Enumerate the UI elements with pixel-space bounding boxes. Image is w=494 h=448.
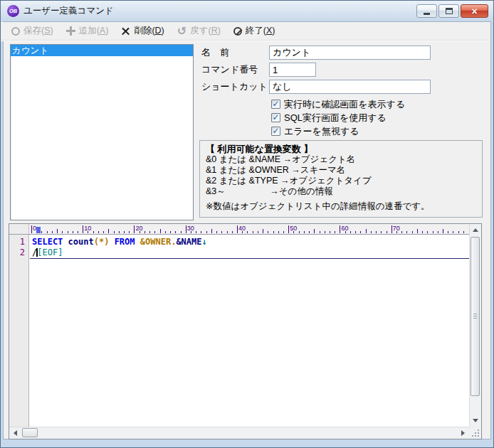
ruler-mark: 70 [391, 225, 400, 233]
close-icon: × [471, 6, 477, 16]
app-icon: OB [7, 5, 19, 17]
shortcut-field[interactable] [269, 80, 431, 94]
check-icon: ✓ [272, 127, 279, 134]
editor-ruler: 010203040506070 [9, 224, 469, 235]
checkbox-label: SQL実行画面を使用する [284, 112, 387, 124]
code-token: [EOF] [37, 247, 63, 257]
ruler-ticks [31, 228, 468, 233]
code-line: SELECT count(*) FROM &OWNER.&NAME↓ [32, 237, 469, 247]
vertical-scrollbar[interactable] [469, 224, 481, 427]
exit-button[interactable]: 終了(X) [228, 23, 280, 39]
minimize-icon [424, 13, 430, 15]
ruler-mark: 0 [31, 225, 36, 233]
line-number-gutter: 12 [9, 235, 29, 427]
name-field[interactable] [269, 46, 431, 60]
maximize-button[interactable] [438, 4, 459, 18]
code-token: (*) [94, 237, 110, 247]
checkbox-box[interactable]: ✓ [271, 100, 280, 109]
plus-icon [66, 26, 75, 36]
ruler-caret-marker [36, 227, 41, 233]
code-token [109, 237, 114, 247]
command-number-field[interactable] [269, 63, 316, 77]
toolbar-label: 追加(A) [79, 25, 109, 37]
hscroll-thumb[interactable] [22, 428, 38, 437]
name-label: 名 前 [201, 46, 269, 60]
variables-box-lines: &0 または &NAME →オブジェクト名&1 または &OWNER →スキーマ… [206, 154, 476, 197]
command-list[interactable]: カウント [10, 44, 194, 220]
resize-grip[interactable] [469, 427, 481, 439]
line-number: 2 [9, 247, 28, 258]
slash-circle-icon [233, 27, 242, 36]
app-icon-text: OB [9, 8, 17, 14]
shortcut-label: ショートカット [201, 80, 269, 94]
revert-button[interactable]: ↺戻す(R) [172, 23, 226, 39]
horizontal-scrollbar[interactable] [9, 427, 469, 439]
list-item[interactable]: カウント [11, 45, 193, 56]
sql-editor: 010203040506070 12 SELECT count(*) FROM … [9, 223, 482, 439]
variables-line: &2 または &TYPE →オブジェクトタイプ [206, 176, 476, 186]
close-button[interactable]: × [461, 4, 488, 18]
maximize-icon [446, 8, 453, 14]
code-line: /[EOF] [32, 247, 469, 258]
scroll-left-icon [11, 430, 17, 436]
window-title: ユーザー定義コマンド [23, 1, 114, 21]
variables-line: &0 または &NAME →オブジェクト名 [206, 154, 476, 165]
variables-line: &3～ →その他の情報 [206, 186, 476, 197]
checkbox-box[interactable]: ✓ [271, 127, 280, 136]
check-icon: ✓ [272, 114, 279, 121]
ruler-mark: 10 [83, 225, 91, 233]
code-token: ↓ [202, 237, 207, 247]
scroll-left-button[interactable] [9, 427, 21, 439]
ruler-mark: 20 [134, 225, 142, 233]
ruler-mark: 50 [288, 225, 297, 233]
checkbox-label: 実行時に確認画面を表示する [284, 98, 405, 111]
delete-button[interactable]: 削除(D) [116, 23, 169, 39]
code-token [135, 237, 140, 247]
ruler-mark: 40 [237, 225, 246, 233]
vscroll-thumb[interactable] [471, 237, 480, 396]
scroll-down-button[interactable] [470, 415, 481, 427]
command-number-label: コマンド番号 [201, 63, 269, 77]
current-line-underline [30, 258, 469, 259]
check-icon: ✓ [272, 100, 279, 107]
scroll-up-button[interactable] [470, 224, 481, 235]
code-token: count [68, 237, 94, 247]
toolbar: 保存(S)追加(A)削除(D)↺戻す(R)終了(X) [1, 22, 488, 41]
titlebar[interactable]: OB ユーザー定義コマンド × [1, 1, 493, 21]
code-token: &NAME [176, 237, 201, 247]
checkbox-label: エラーを無視する [284, 125, 359, 138]
checkbox-box[interactable]: ✓ [271, 113, 280, 122]
save-button[interactable]: 保存(S) [6, 23, 58, 39]
code-token: FROM [115, 237, 135, 247]
toolbar-label: 戻す(R) [190, 25, 221, 37]
add-button[interactable]: 追加(A) [61, 23, 114, 39]
scroll-up-icon [473, 225, 478, 232]
ruler-mark: 60 [340, 225, 348, 233]
variables-box-note: ※数値はオブジェクトリスト中の詳細情報の連番です。 [206, 201, 476, 212]
use-sql-screen-checkbox[interactable]: ✓SQL実行画面を使用する [271, 112, 387, 124]
ruler-corner [9, 224, 29, 234]
cross-icon [121, 26, 130, 36]
window-controls: × [416, 4, 488, 18]
scroll-right-icon [461, 430, 468, 436]
variables-line: &1 または &OWNER →スキーマ名 [206, 165, 476, 176]
code-token: SELECT [32, 237, 63, 247]
scroll-right-button[interactable] [458, 427, 469, 439]
show-confirm-checkbox[interactable]: ✓実行時に確認画面を表示する [271, 98, 405, 110]
minimize-button[interactable] [416, 4, 437, 18]
circle-icon [11, 27, 20, 36]
toolbar-label: 終了(X) [246, 25, 275, 37]
toolbar-label: 削除(D) [134, 25, 164, 37]
scroll-down-icon [473, 419, 478, 425]
ignore-errors-checkbox[interactable]: ✓エラーを無視する [271, 125, 359, 137]
variables-box-title: 【 利用可能な置換変数 】 [206, 144, 476, 154]
toolbar-label: 保存(S) [23, 25, 53, 37]
code-token: &OWNER [140, 237, 171, 247]
code-area[interactable]: SELECT count(*) FROM &OWNER.&NAME↓/[EOF] [30, 235, 469, 427]
code-token [63, 237, 68, 247]
app-window: OB ユーザー定義コマンド × 保存(S)追加(A)削除(D)↺戻す(R)終了(… [0, 0, 494, 448]
ruler-mark: 30 [186, 225, 194, 233]
undo-icon: ↺ [177, 26, 186, 36]
line-number: 1 [9, 237, 28, 247]
variables-box: 【 利用可能な置換変数 】 &0 または &NAME →オブジェクト名&1 また… [199, 140, 483, 218]
